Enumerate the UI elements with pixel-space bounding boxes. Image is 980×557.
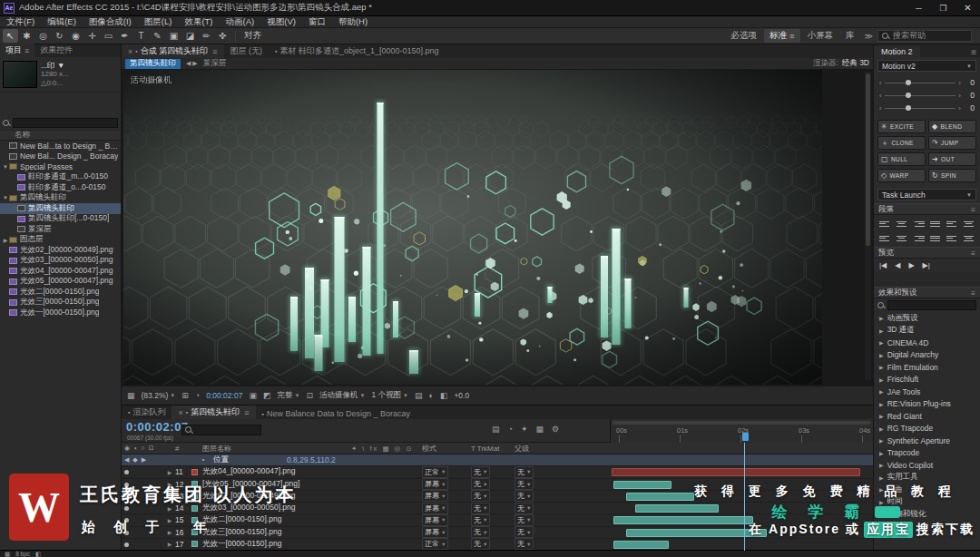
slider-right-arrow[interactable]: › [958,79,961,87]
view-layout-dropdown[interactable]: 1 个视图 ▼ [371,390,408,401]
project-flowchart-icon[interactable]: ▦ [5,551,10,557]
workspace-tab-1[interactable]: 标准≡ [764,29,800,43]
renderer-control[interactable]: 渲染器: 经典 3D [813,58,869,69]
layer-expander[interactable]: ▶ [164,469,175,475]
layer-duration-bar[interactable] [635,504,719,513]
last-frame-button[interactable]: ▶| [923,261,930,269]
menu-item-6[interactable]: 视图(V) [260,16,302,28]
menu-item-8[interactable]: 帮助(H) [332,16,374,28]
project-item[interactable]: 鞋印多通道_o...0-0150 [0,182,121,193]
property-value[interactable]: 0.8,29.5,110.2 [287,455,336,464]
parent-dropdown[interactable]: 无▼ [514,478,534,490]
layer-duration-bar[interactable] [626,529,767,537]
play-button[interactable]: ▶ [908,261,914,269]
switches-column-header[interactable]: ✦ \ fx ▦ ◎ ⊙ [351,445,422,453]
unified-camera-tool[interactable]: ◉ [68,29,83,43]
camera-dropdown[interactable]: 活动摄像机 ▼ [319,390,365,401]
project-item[interactable]: ▼Special Passes [0,161,121,172]
mode-dropdown[interactable]: 屏幕▼ [422,503,448,514]
close-button[interactable]: ✕ [956,0,980,16]
comp-navigator-arrows[interactable]: ◀ ▶ [186,60,198,67]
expander-icon[interactable]: ▶ [879,327,884,334]
expander-icon[interactable]: ▶ [879,462,884,468]
project-tab-0[interactable]: 项目≡ [0,44,34,57]
workspace-tab-3[interactable]: 库 [840,29,860,43]
trkmat-dropdown[interactable]: 无▼ [471,503,490,514]
menu-item-2[interactable]: 图像合成(I) [83,16,138,28]
trkmat-dropdown[interactable]: 无▼ [471,490,490,502]
align-left-icon[interactable] [946,219,958,229]
layer-row[interactable]: ▶11光效04_[00000-00047].png正常▼无▼无▼ [122,466,873,478]
panel-menu-icon[interactable]: ≡ [24,46,29,55]
project-item[interactable]: 光效05_[00000-00047].png [0,277,121,288]
effects-category[interactable]: ▶Film Emulation [874,361,980,374]
work-area-bar[interactable] [612,421,871,425]
project-item[interactable]: 光效二[0000-0150].png [0,287,121,298]
mode-dropdown[interactable]: 屏幕▼ [422,514,448,526]
effects-category[interactable]: ▶Video Copilot [874,459,980,472]
footage-thumbnail[interactable] [3,61,37,88]
pixel-aspect-icon[interactable]: ▤ [415,391,423,400]
fast-previews-icon[interactable]: ◐ [428,391,433,400]
align-left-icon[interactable] [879,233,891,243]
brush-tool[interactable]: ✎ [150,29,165,43]
layer-duration-bar[interactable] [626,493,694,501]
clone-button[interactable]: ＋CLONE [877,136,926,150]
slider-value[interactable]: 0 [964,91,975,100]
align-c-icon[interactable] [897,219,908,229]
lock-column-icon[interactable]: ⊡ [149,445,154,452]
mode-dropdown[interactable]: 屏幕▼ [422,478,448,490]
eye-column-icon[interactable]: ◉ [124,445,130,452]
comp-navigator-sibling[interactable]: 景深层 [203,58,227,69]
slider-knob[interactable] [906,93,911,98]
trkmat-dropdown[interactable]: 无▼ [471,478,490,490]
composition-canvas[interactable]: 活动摄像机 [123,70,822,385]
grid-guides-icon[interactable]: ⊞ [181,391,189,400]
menu-item-3[interactable]: 图层(L) [138,16,179,28]
mode-dropdown[interactable]: 屏幕▼ [422,526,448,538]
effects-panel-header[interactable]: 效果和预设 ≡ [874,287,980,298]
expander-icon[interactable]: ▶ [879,474,884,481]
layer-name[interactable]: 光效二[0000-0150].png [202,514,351,525]
expander-icon[interactable]: ▶ [879,364,884,370]
project-item[interactable]: 景深层 [0,224,121,235]
layer-name[interactable]: 光效一[0000-0150].png [202,539,351,550]
effects-search-input[interactable] [887,300,976,310]
parent-dropdown[interactable]: 无▼ [514,538,534,550]
close-icon[interactable]: × [128,47,132,56]
frame-blend-icon[interactable]: ▦ [536,425,544,434]
slider-track[interactable] [885,95,956,96]
time-ruler[interactable]: 00s01s02s03s04s [610,419,873,443]
tab-footage[interactable]: ▪ 素材 鞋印多通道_object_1_[0000-0150].png [269,44,446,58]
hand-tool[interactable]: ✱ [19,29,34,43]
expander-icon[interactable]: ▶ [879,376,884,383]
panel-menu-icon[interactable]: ≡ [971,288,975,298]
expander-icon[interactable]: ▶ [879,425,884,432]
align-j-icon[interactable] [930,233,942,243]
layer-duration-bar[interactable] [613,516,753,524]
previous-frame-button[interactable]: ◀ [895,261,900,269]
out-button[interactable]: ➔OUT [928,152,976,166]
layer-label-chip[interactable] [191,541,202,547]
renderer-value[interactable]: 经典 3D [842,58,869,69]
effects-category[interactable]: ▶JAe Tools [874,386,980,398]
effects-category[interactable]: ▶实用工具 [874,472,980,484]
align-r-icon[interactable] [913,233,925,243]
mode-dropdown[interactable]: 正常▼ [422,466,448,478]
expander-icon[interactable]: ▼ [2,164,9,170]
always-preview-icon[interactable]: ▦ [127,391,135,400]
project-item[interactable]: New Bal...ta to Design _ Bo... [0,141,121,151]
expander-icon[interactable]: ▶ [879,437,884,444]
project-item[interactable]: 第四镜头鞋印 [0,203,121,214]
project-item[interactable]: 光效三[0000-0150].png [0,298,121,308]
align-c-icon[interactable] [897,233,908,243]
expander-icon[interactable]: ▶ [879,315,884,321]
mode-dropdown[interactable]: 屏幕▼ [422,490,448,502]
tab-composition[interactable]: × ▪ 合成 第四镜头鞋印 ≡ [122,44,224,58]
trkmat-dropdown[interactable]: 无▼ [471,526,490,538]
eye-icon[interactable] [124,470,129,474]
excite-button[interactable]: ✳EXCITE [877,120,926,133]
motion-blur-icon[interactable]: ⚙ [552,425,559,434]
project-item[interactable]: 第四镜头鞋印[...0-0150] [0,214,121,225]
slider-right-arrow[interactable]: › [958,104,961,112]
